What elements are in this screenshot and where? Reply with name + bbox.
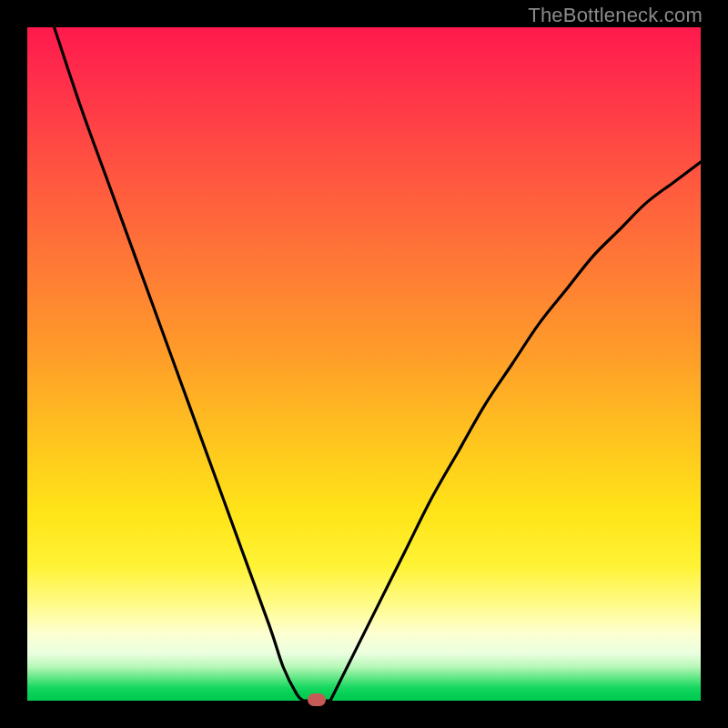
plot-area bbox=[27, 27, 701, 701]
watermark-text: TheBottleneck.com bbox=[528, 4, 703, 27]
chart-frame: TheBottleneck.com bbox=[0, 0, 728, 728]
bottleneck-curve bbox=[27, 27, 701, 701]
optimal-point-marker bbox=[308, 693, 326, 706]
